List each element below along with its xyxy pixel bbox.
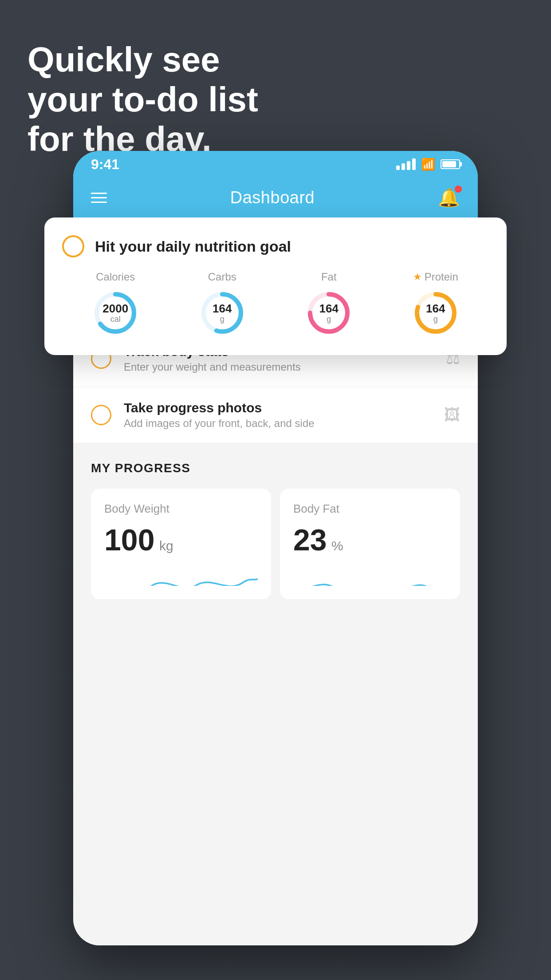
nutrition-fat: Fat 164 g: [304, 271, 353, 337]
body-weight-label: Body Weight: [104, 502, 258, 516]
fat-center: 164 g: [319, 302, 338, 324]
calories-center: 2000 cal: [102, 302, 128, 324]
photos-icon: 🖼: [444, 406, 460, 424]
carbs-center: 164 g: [213, 302, 232, 324]
calories-ring: 2000 cal: [91, 288, 140, 337]
protein-label-text: Protein: [425, 271, 458, 283]
body-weight-value-row: 100 kg: [104, 525, 258, 555]
nav-title: Dashboard: [230, 188, 315, 207]
hero-text: Quickly see your to-do list for the day.: [28, 40, 258, 159]
fat-unit: g: [319, 315, 338, 324]
fat-ring: 164 g: [304, 288, 353, 337]
todo-circle-photos: [91, 405, 111, 425]
signal-icon: [396, 158, 416, 170]
nav-bar: Dashboard 🔔: [73, 178, 478, 217]
todo-subtitle-body-stats: Enter your weight and measurements: [124, 361, 433, 373]
nutrition-card-header: Hit your daily nutrition goal: [62, 235, 489, 257]
todo-subtitle-photos: Add images of your front, back, and side: [124, 417, 432, 430]
progress-section: MY PROGRESS Body Weight 100 kg: [73, 443, 478, 599]
hamburger-menu[interactable]: [91, 193, 107, 203]
notification-bell[interactable]: 🔔: [438, 187, 460, 208]
nutrition-card-title: Hit your daily nutrition goal: [95, 238, 291, 255]
body-fat-wave: [293, 564, 447, 586]
body-fat-unit: %: [331, 538, 343, 553]
battery-icon: [441, 159, 460, 169]
fat-value: 164: [319, 302, 338, 315]
body-fat-card[interactable]: Body Fat 23 %: [280, 489, 460, 599]
star-icon: ★: [413, 271, 422, 283]
status-time: 9:41: [91, 156, 119, 173]
protein-label: ★ Protein: [413, 271, 458, 283]
protein-ring: 164 g: [411, 288, 460, 337]
body-fat-label: Body Fat: [293, 502, 447, 516]
protein-value: 164: [426, 302, 445, 315]
body-fat-value-row: 23 %: [293, 525, 447, 555]
wifi-icon: 📶: [421, 158, 435, 171]
hero-line-2: your to-do list: [28, 80, 258, 120]
body-weight-unit: kg: [159, 538, 173, 553]
nutrition-check-circle: [62, 235, 84, 257]
protein-unit: g: [426, 315, 445, 324]
calories-value: 2000: [102, 302, 128, 315]
fat-label: Fat: [321, 271, 337, 283]
notification-dot: [455, 186, 462, 193]
nutrition-card[interactable]: Hit your daily nutrition goal Calories 2…: [44, 217, 507, 355]
carbs-value: 164: [213, 302, 232, 315]
todo-text-photos: Take progress photos Add images of your …: [124, 400, 432, 430]
nutrition-carbs: Carbs 164 g: [198, 271, 247, 337]
body-weight-wave: [104, 564, 258, 586]
nutrition-protein: ★ Protein 164 g: [411, 271, 460, 337]
carbs-unit: g: [213, 315, 232, 324]
hero-line-1: Quickly see: [28, 40, 258, 80]
todo-item-photos[interactable]: Take progress photos Add images of your …: [73, 387, 478, 443]
nutrition-circles: Calories 2000 cal Carbs: [62, 271, 489, 337]
body-weight-card[interactable]: Body Weight 100 kg: [91, 489, 271, 599]
status-bar: 9:41 📶: [73, 151, 478, 178]
carbs-label: Carbs: [208, 271, 236, 283]
nutrition-calories: Calories 2000 cal: [91, 271, 140, 337]
progress-grid: Body Weight 100 kg Body Fat 23: [91, 489, 460, 599]
protein-center: 164 g: [426, 302, 445, 324]
body-weight-value: 100: [104, 523, 154, 557]
calories-label: Calories: [96, 271, 135, 283]
status-icons: 📶: [396, 158, 460, 171]
calories-unit: cal: [102, 315, 128, 324]
body-fat-value: 23: [293, 523, 327, 557]
todo-title-photos: Take progress photos: [124, 400, 432, 415]
carbs-ring: 164 g: [198, 288, 247, 337]
progress-section-title: MY PROGRESS: [91, 461, 460, 475]
